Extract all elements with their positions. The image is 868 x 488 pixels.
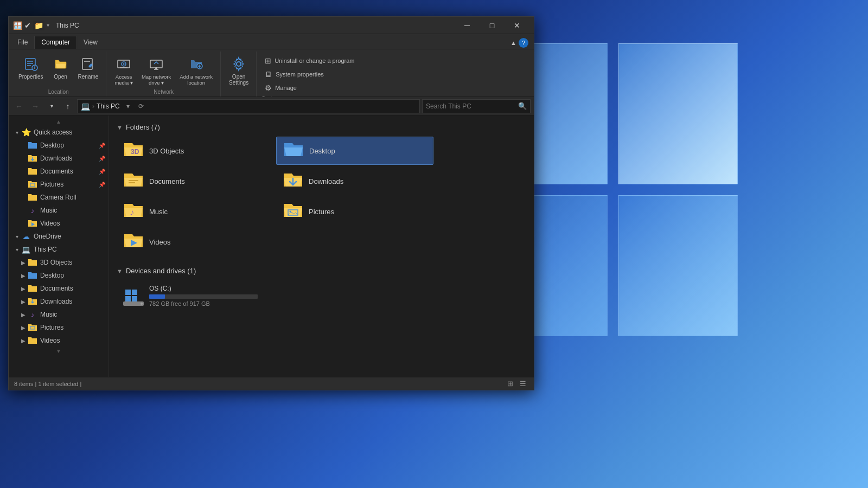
ribbon-item-rename[interactable]: Rename: [75, 54, 102, 81]
sidebar-item-music-qa[interactable]: ♪ Music: [9, 204, 108, 217]
sidebar-item-3dobjects[interactable]: ▶ 3D Objects: [9, 256, 108, 269]
properties-label: Properties: [18, 74, 43, 80]
ribbon-group-location-label: Location: [48, 89, 69, 97]
svg-rect-32: [132, 290, 137, 295]
manage-label: Manage: [275, 85, 297, 91]
app-icon-2: ✔: [24, 21, 31, 30]
up-button[interactable]: ↑: [61, 99, 75, 113]
drives-section-header[interactable]: ▼ Devices and drives (1): [117, 267, 526, 275]
drive-c-icon: [123, 286, 144, 306]
details-view-btn[interactable]: ☰: [518, 379, 528, 389]
ribbon-item-add-network[interactable]: Add a networklocation: [176, 54, 216, 87]
ribbon-item-properties[interactable]: Properties: [15, 54, 47, 81]
back-button[interactable]: ←: [12, 99, 26, 113]
documents-folder-icon: [27, 167, 38, 176]
drive-tile-c[interactable]: OS (C:) 782 GB free of 917 GB: [117, 280, 274, 311]
sidebar-item-videos-qa[interactable]: Videos: [9, 217, 108, 230]
sidebar-item-downloads-qa[interactable]: Downloads 📌: [9, 152, 108, 165]
sidebar-item-onedrive[interactable]: ▾ ☁ OneDrive: [9, 230, 108, 243]
sidebar-pictures-qa-label: Pictures: [40, 181, 98, 188]
sidebar-item-thispc[interactable]: ▾ 💻 This PC: [9, 243, 108, 256]
sidebar-item-quick-access[interactable]: ▾ ⭐ Quick access: [9, 126, 108, 139]
recent-locations-button[interactable]: ▾: [44, 99, 59, 113]
ribbon-item-map-network[interactable]: Map networkdrive ▾: [138, 54, 174, 87]
search-box[interactable]: 🔍: [422, 99, 531, 113]
3dobjects-tile-icon: 3D: [123, 140, 144, 161]
ribbon-group-network-items: Accessmedia ▾ Map networkdrive ▾: [111, 53, 216, 89]
sidebar-item-downloads-pc[interactable]: ▶ Downloads: [9, 295, 108, 308]
folder-tile-documents[interactable]: Documents: [117, 167, 274, 195]
tab-file[interactable]: File: [11, 36, 34, 49]
manage-icon: ⚙: [265, 84, 272, 92]
ribbon-item-uninstall[interactable]: ⊞ Uninstall or change a program: [261, 55, 358, 67]
sidebar-item-pictures-pc[interactable]: ▶ Pictures: [9, 321, 108, 334]
title-controls: ─ □ ✕: [455, 17, 529, 34]
pictures-tile-icon: [283, 201, 303, 222]
rename-label: Rename: [78, 74, 99, 80]
address-box[interactable]: 💻 › This PC ▾ ⟳: [77, 99, 420, 113]
folder-tile-videos[interactable]: Videos: [117, 228, 274, 256]
downloads-pc-arrow: ▶: [20, 298, 27, 305]
tab-computer[interactable]: Computer: [34, 36, 77, 49]
ribbon-item-open-settings[interactable]: OpenSettings: [226, 54, 252, 87]
address-pc-icon: 💻: [81, 102, 90, 111]
music-qa-arrow: [20, 207, 27, 214]
music-folder-icon: ♪: [27, 206, 38, 215]
sidebar-item-pictures-qa[interactable]: Pictures 📌: [9, 178, 108, 191]
forward-button[interactable]: →: [28, 99, 42, 113]
sidebar: ▲ ▾ ⭐ Quick access Desktop 📌: [9, 115, 109, 377]
add-network-label: Add a networklocation: [180, 74, 213, 86]
ribbon-item-access-media[interactable]: Accessmedia ▾: [111, 54, 136, 87]
sidebar-item-desktop-qa[interactable]: Desktop 📌: [9, 139, 108, 152]
sidebar-item-music-pc[interactable]: ▶ ♪ Music: [9, 308, 108, 321]
svg-rect-33: [125, 296, 131, 301]
sidebar-item-documents-qa[interactable]: Documents 📌: [9, 165, 108, 178]
sidebar-item-camera-roll-qa[interactable]: Camera Roll: [9, 191, 108, 204]
ribbon-item-system-props[interactable]: 🖥 System properties: [261, 68, 358, 80]
sidebar-item-videos-pc[interactable]: ▶ Videos: [9, 334, 108, 347]
svg-rect-31: [125, 290, 131, 295]
drives-section-arrow: ▼: [117, 268, 123, 274]
pictures-pc-arrow: ▶: [20, 324, 27, 331]
system-props-icon: 🖥: [265, 70, 272, 79]
ribbon-group-open-items: OpenSettings: [226, 53, 252, 95]
desktop-tile-icon: [283, 140, 304, 161]
folder-tile-downloads[interactable]: Downloads: [276, 167, 433, 195]
folder-tile-3dobjects[interactable]: 3D 3D Objects: [117, 137, 274, 165]
minimize-button[interactable]: ─: [455, 17, 480, 34]
app-icon-1: 🪟: [13, 21, 22, 30]
sidebar-item-desktop-pc[interactable]: ▶ Desktop: [9, 269, 108, 282]
ribbon-item-manage[interactable]: ⚙ Manage: [261, 82, 358, 94]
address-refresh-btn[interactable]: ⟳: [135, 100, 147, 112]
map-network-label: Map networkdrive ▾: [142, 74, 171, 86]
title-bar: 🪟 ✔ 📁 ▾ This PC ─ □ ✕: [9, 17, 534, 34]
downloads-folder-icon: [27, 154, 38, 163]
3d-folder-icon: [27, 258, 38, 267]
tab-view[interactable]: View: [77, 36, 104, 49]
desktop-tile-name: Desktop: [309, 147, 335, 155]
ribbon-group-open: OpenSettings: [221, 52, 257, 97]
maximize-button[interactable]: □: [480, 17, 505, 34]
help-icon: ?: [519, 38, 528, 48]
breadcrumb-thispc[interactable]: This PC: [97, 102, 120, 110]
ribbon-collapse-btn[interactable]: ▲ ?: [507, 37, 532, 49]
close-button[interactable]: ✕: [505, 17, 529, 34]
quick-access-arrow: ▾: [47, 22, 49, 28]
sidebar-videos-pc-label: Videos: [40, 337, 105, 344]
folders-section-title: Folders (7): [126, 123, 160, 131]
search-input[interactable]: [426, 102, 516, 110]
folder-tile-music[interactable]: ♪ Music: [117, 197, 274, 226]
folder-tile-desktop[interactable]: Desktop: [276, 137, 433, 165]
breadcrumb-sep: ›: [92, 102, 94, 110]
music-pc-icon: ♪: [27, 310, 38, 319]
medium-icons-view-btn[interactable]: ⊞: [505, 379, 515, 389]
ribbon-item-open[interactable]: Open: [49, 54, 73, 81]
open-icon: [52, 55, 69, 73]
folders-section-header[interactable]: ▼ Folders (7): [117, 123, 526, 131]
address-dropdown-btn[interactable]: ▾: [122, 100, 134, 112]
sidebar-documents-qa-label: Documents: [40, 168, 98, 175]
folder-tile-pictures[interactable]: Pictures: [276, 197, 433, 226]
sidebar-item-documents-pc[interactable]: ▶ Documents: [9, 282, 108, 295]
thispc-icon: 💻: [21, 245, 31, 254]
pin-icon: 📌: [99, 143, 105, 149]
